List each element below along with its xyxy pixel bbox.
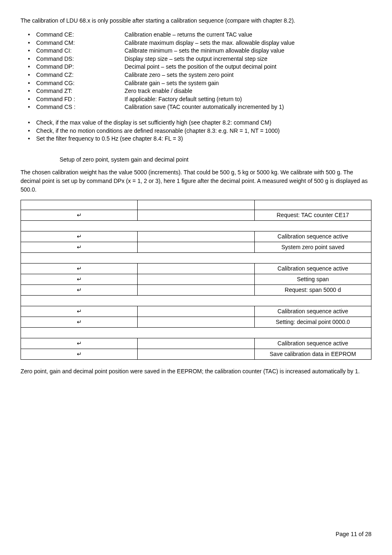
enter-icon: ↵ bbox=[77, 265, 82, 272]
command-description: If applicable: Factory default setting (… bbox=[125, 95, 371, 104]
command-item: Command FD :If applicable: Factory defau… bbox=[28, 95, 371, 104]
check-text: Set the filter frequency to 0.5 Hz (see … bbox=[36, 135, 183, 143]
table-cell-input: ↵ bbox=[21, 210, 138, 220]
table-row: ↵Setting: decimal point 0000.0 bbox=[21, 317, 371, 327]
table-row: ↵Request: span 5000 d bbox=[21, 284, 371, 295]
table-cell-input: ↵ bbox=[21, 284, 138, 295]
table-cell-input: ↵ bbox=[21, 338, 138, 349]
table-spanner-cell bbox=[21, 252, 371, 263]
command-label: Command DS: bbox=[36, 55, 125, 63]
table-row bbox=[21, 327, 371, 338]
command-label: Command CM: bbox=[36, 39, 125, 47]
table-cell-result: Save calibration data in EEPROM bbox=[254, 349, 371, 359]
calibration-table: ↵Request: TAC counter CE17 ↵Calibration … bbox=[21, 200, 371, 360]
enter-icon: ↵ bbox=[77, 244, 82, 250]
table-row: ↵Calibration sequence active bbox=[21, 338, 371, 349]
table-cell-input: ↵ bbox=[21, 317, 138, 327]
command-item: Command DP:Decimal point – sets the posi… bbox=[28, 63, 371, 71]
command-description: Decimal point – sets the position of the… bbox=[125, 63, 371, 71]
command-label: Command CE: bbox=[36, 31, 125, 39]
table-row bbox=[21, 252, 371, 263]
table-spanner-cell bbox=[21, 295, 371, 306]
command-item: Command CE:Calibration enable – returns … bbox=[28, 31, 371, 39]
table-row bbox=[21, 220, 371, 231]
table-cell-middle bbox=[138, 349, 254, 359]
check-item: Set the filter frequency to 0.5 Hz (see … bbox=[28, 135, 371, 143]
command-item: Command ZT:Zero track enable / disable bbox=[28, 87, 371, 95]
table-cell-input: ↵ bbox=[21, 274, 138, 284]
command-label: Command CZ: bbox=[36, 71, 125, 79]
command-item: Command CM:Calibrate maximum display – s… bbox=[28, 39, 371, 47]
command-label: Command CG: bbox=[36, 79, 125, 88]
command-description: Calibrate gain – sets the system gain bbox=[125, 79, 371, 88]
command-item: Command CG:Calibrate gain – sets the sys… bbox=[28, 79, 371, 88]
table-cell-middle bbox=[138, 200, 254, 210]
command-description: Calibrate zero – sets the system zero po… bbox=[125, 71, 371, 79]
command-label: Command ZT: bbox=[36, 87, 125, 95]
enter-icon: ↵ bbox=[77, 276, 82, 282]
table-row bbox=[21, 200, 371, 210]
table-cell-middle bbox=[138, 274, 254, 284]
table-row bbox=[21, 295, 371, 306]
table-cell-middle bbox=[138, 338, 254, 349]
table-cell-result: Request: span 5000 d bbox=[254, 284, 371, 295]
enter-icon: ↵ bbox=[77, 351, 82, 357]
enter-icon: ↵ bbox=[77, 308, 82, 314]
table-cell-result: Request: TAC counter CE17 bbox=[254, 210, 371, 220]
table-cell-middle bbox=[138, 231, 254, 242]
table-cell-middle bbox=[138, 263, 254, 274]
table-cell-middle bbox=[138, 306, 254, 317]
table-cell-input: ↵ bbox=[21, 263, 138, 274]
checks-list: Check, if the max value of the display i… bbox=[21, 119, 371, 143]
section-title: Setup of zero point, system gain and dec… bbox=[60, 155, 371, 164]
table-cell-result: Calibration sequence active bbox=[254, 338, 371, 349]
table-cell-input: ↵ bbox=[21, 242, 138, 252]
table-cell-result bbox=[254, 200, 371, 210]
table-cell-middle bbox=[138, 242, 254, 252]
command-label: Command FD : bbox=[36, 95, 125, 104]
command-description: Calibrate minimum – sets the minimum all… bbox=[125, 47, 371, 55]
command-label: Command CI: bbox=[36, 47, 125, 55]
check-item: Check, if the no motion conditions are d… bbox=[28, 127, 371, 135]
command-description: Calibrate maximum display – sets the max… bbox=[125, 39, 371, 47]
table-cell-input: ↵ bbox=[21, 231, 138, 242]
enter-icon: ↵ bbox=[77, 287, 82, 293]
table-row: ↵Request: TAC counter CE17 bbox=[21, 210, 371, 220]
table-spanner-cell bbox=[21, 220, 371, 231]
table-cell-input: ↵ bbox=[21, 306, 138, 317]
table-cell-input: ↵ bbox=[21, 349, 138, 359]
table-cell-middle bbox=[138, 317, 254, 327]
command-item: Command CS :Calibration save (TAC counte… bbox=[28, 103, 371, 111]
table-cell-middle bbox=[138, 284, 254, 295]
command-item: Command CI:Calibrate minimum – sets the … bbox=[28, 47, 371, 55]
table-cell-middle bbox=[138, 210, 254, 220]
command-label: Command DP: bbox=[36, 63, 125, 71]
table-row: ↵System zero point saved bbox=[21, 242, 371, 252]
page-footer: Page 11 of 28 bbox=[336, 530, 371, 539]
table-row: ↵Setting span bbox=[21, 274, 371, 284]
command-description: Zero track enable / disable bbox=[125, 87, 371, 95]
closing-text: Zero point, gain and decimal point posit… bbox=[21, 367, 371, 376]
command-description: Calibration enable – returns the current… bbox=[125, 31, 371, 39]
table-cell-result: Setting: decimal point 0000.0 bbox=[254, 317, 371, 327]
command-item: Command CZ:Calibrate zero – sets the sys… bbox=[28, 71, 371, 79]
enter-icon: ↵ bbox=[77, 319, 82, 325]
table-cell-result: Calibration sequence active bbox=[254, 231, 371, 242]
table-row: ↵Save calibration data in EEPROM bbox=[21, 349, 371, 359]
command-list: Command CE:Calibration enable – returns … bbox=[21, 31, 371, 111]
command-label: Command CS : bbox=[36, 103, 125, 111]
table-cell-result: System zero point saved bbox=[254, 242, 371, 252]
command-description: Display step size – sets the output incr… bbox=[125, 55, 371, 63]
table-cell-result: Calibration sequence active bbox=[254, 306, 371, 317]
paragraph-calibration: The chosen calibration weight has the va… bbox=[21, 168, 371, 194]
table-spanner-cell bbox=[21, 327, 371, 338]
table-cell-input bbox=[21, 200, 138, 210]
command-item: Command DS:Display step size – sets the … bbox=[28, 55, 371, 63]
check-text: Check, if the max value of the display i… bbox=[36, 119, 271, 127]
table-row: ↵Calibration sequence active bbox=[21, 263, 371, 274]
enter-icon: ↵ bbox=[77, 233, 82, 240]
table-row: ↵Calibration sequence active bbox=[21, 231, 371, 242]
command-description: Calibration save (TAC counter automatica… bbox=[125, 103, 371, 111]
enter-icon: ↵ bbox=[77, 340, 82, 347]
intro-text: The calibration of LDU 68.x is only poss… bbox=[21, 16, 371, 25]
